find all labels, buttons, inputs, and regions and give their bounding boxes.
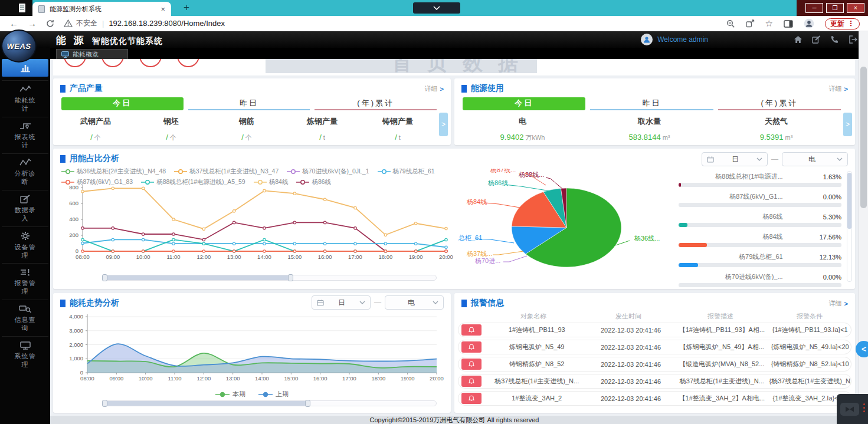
video-icon[interactable] bbox=[840, 403, 859, 416]
collapse-panel-button[interactable]: < bbox=[856, 341, 868, 357]
back-icon[interactable]: ← bbox=[9, 19, 18, 28]
update-button[interactable]: 更新 ⋮ bbox=[825, 18, 860, 29]
alarm-description: 【1#整流变_3AH_2】A相电... bbox=[674, 394, 769, 403]
gauge-ring bbox=[64, 59, 86, 67]
line-chart[interactable]: 020040060080008:0009:0010:0011:0012:0013… bbox=[59, 184, 454, 270]
update-label: 更新 bbox=[830, 19, 844, 29]
alarm-row[interactable]: 杨37线总柜(1#主变进线)_N...2022-12-03 20:41:46杨3… bbox=[458, 374, 851, 389]
detail-link[interactable]: 详细 > bbox=[829, 299, 848, 308]
sidebar-item-energy-stats[interactable]: 能耗统计 bbox=[2, 80, 48, 116]
sidebar-item-info-query[interactable]: 信息查询 bbox=[2, 300, 48, 335]
tab-close-icon[interactable]: × bbox=[161, 5, 165, 13]
sidebar-item-report-stats[interactable]: 报表统计 bbox=[2, 117, 48, 152]
video-overlay[interactable] bbox=[837, 394, 868, 424]
security-label[interactable]: 不安全 bbox=[76, 18, 97, 28]
close-button[interactable]: × bbox=[847, 3, 864, 13]
tab-energy-overview[interactable]: 能耗概览 bbox=[56, 49, 128, 59]
tab-year-total[interactable]: (年)累计 bbox=[718, 97, 841, 110]
tab-yesterday[interactable]: 昨日 bbox=[590, 97, 713, 110]
svg-text:400: 400 bbox=[69, 216, 78, 222]
scrollbar-thumb[interactable] bbox=[847, 173, 851, 229]
logout-icon[interactable] bbox=[849, 35, 857, 44]
sidebar-item-dashboard[interactable] bbox=[2, 59, 48, 77]
sidebar-item-system-mgmt[interactable]: 系统管理 bbox=[2, 336, 48, 372]
minimize-button[interactable]: ─ bbox=[805, 3, 823, 13]
scrollbar-thumb[interactable] bbox=[860, 67, 867, 208]
sidebar-item-analysis[interactable]: 分析诊断 bbox=[2, 153, 48, 189]
avatar[interactable] bbox=[641, 34, 653, 45]
alarm-row[interactable]: 1#连铸机_PB11_932022-12-03 20:41:46【1#连铸机_P… bbox=[458, 323, 851, 337]
maximize-button[interactable]: ❐ bbox=[826, 3, 844, 13]
legend-item[interactable]: 杨79线总柜_61 bbox=[378, 167, 435, 176]
period-select[interactable]: 日 bbox=[702, 152, 768, 166]
new-tab-button[interactable]: + bbox=[180, 1, 193, 14]
calendar-icon bbox=[707, 156, 714, 163]
ranking-scrollbar[interactable] bbox=[847, 171, 852, 282]
ranking-bar bbox=[679, 203, 841, 207]
energy-type-select[interactable]: 电 bbox=[385, 295, 444, 310]
svg-text:15:00: 15:00 bbox=[284, 375, 298, 382]
metric-unit: m³ bbox=[785, 134, 792, 141]
pager-next-button[interactable]: > bbox=[843, 113, 852, 136]
sidebar-item-alarm-mgmt[interactable]: 报警管理 bbox=[2, 263, 48, 298]
alarm-object: 1#连铸机_PB11_93 bbox=[487, 326, 587, 334]
sidepanel-icon[interactable] bbox=[784, 20, 793, 28]
datazoom-handle[interactable] bbox=[288, 274, 293, 281]
datazoom-fill[interactable] bbox=[104, 275, 293, 280]
svg-text:杨70进...: 杨70进... bbox=[474, 257, 500, 264]
ranking-row: 杨88线总柜(1#电源进...1.63% bbox=[679, 172, 841, 187]
alarm-object: 炼钢电弧炉_N5_49 bbox=[487, 343, 587, 351]
tab-today[interactable]: 今日 bbox=[61, 97, 184, 110]
datazoom-handle[interactable] bbox=[102, 274, 107, 281]
sidebar-item-data-entry[interactable]: 数据录入 bbox=[2, 190, 48, 225]
svg-text:17:00: 17:00 bbox=[342, 375, 356, 382]
sidebar-item-device-mgmt[interactable]: 设备管理 bbox=[2, 226, 48, 262]
toolbar-right: ☆ 更新 ⋮ bbox=[726, 16, 860, 31]
menu-dots-icon[interactable] bbox=[863, 403, 866, 414]
alarm-bell-icon bbox=[461, 359, 482, 370]
pie-chart[interactable]: 杨36线...总柜_61杨84线杨86线杨88线...杨37线...杨70进..… bbox=[457, 169, 673, 287]
menu-dots-icon[interactable]: ⋮ bbox=[847, 19, 854, 28]
zoom-icon[interactable] bbox=[726, 19, 735, 28]
detail-link[interactable]: 详细 > bbox=[829, 84, 848, 93]
panel-header: 能源使用 bbox=[461, 83, 504, 94]
gear-icon bbox=[20, 231, 31, 241]
browser-tab[interactable]: 能源监测分析系统 × bbox=[32, 2, 171, 16]
legend-item[interactable]: 上期 bbox=[258, 390, 289, 399]
bookmark-star-icon[interactable]: ☆ bbox=[765, 18, 773, 29]
energy-type-select[interactable]: 电 bbox=[782, 152, 848, 166]
datazoom-slider[interactable] bbox=[103, 400, 437, 406]
tab-year-total[interactable]: (年)累计 bbox=[315, 97, 437, 110]
datazoom-handle[interactable] bbox=[305, 400, 310, 407]
svg-text:09:00: 09:00 bbox=[106, 254, 120, 260]
detail-link[interactable]: 详细 > bbox=[425, 84, 444, 93]
pager-next-button[interactable]: > bbox=[439, 113, 448, 136]
reload-icon[interactable] bbox=[46, 19, 54, 28]
search-icon bbox=[19, 304, 32, 313]
datazoom-handle[interactable] bbox=[102, 400, 107, 407]
media-dropdown-button[interactable] bbox=[413, 2, 460, 14]
tab-yesterday[interactable]: 昨日 bbox=[188, 97, 310, 110]
page-scrollbar[interactable] bbox=[859, 31, 868, 424]
datazoom-fill[interactable] bbox=[104, 401, 310, 406]
metric-name: 天然气 bbox=[713, 116, 840, 127]
legend-item[interactable]: 杨36线总柜(2#主变进线)_N4_48 bbox=[61, 167, 166, 176]
alarm-row[interactable]: 铸钢精炼炉_N8_522022-12-03 20:41:46【锻造电弧炉(MVA… bbox=[458, 357, 851, 372]
period-select[interactable]: 日 bbox=[312, 295, 371, 310]
phone-icon[interactable] bbox=[830, 35, 839, 44]
legend-item[interactable]: 杨70进线6kV(备)_0JL_1 bbox=[287, 167, 369, 176]
home-icon[interactable] bbox=[794, 35, 803, 44]
share-icon[interactable] bbox=[746, 19, 755, 28]
alarm-row[interactable]: 1#整流变_3AH_22022-12-03 20:41:46【1#整流变_3AH… bbox=[458, 391, 851, 406]
url-text[interactable]: 192.168.18.239:8080/Home/Index bbox=[109, 19, 225, 28]
edit-icon[interactable] bbox=[812, 35, 821, 44]
legend-item[interactable]: 本期 bbox=[215, 390, 245, 399]
profile-avatar-icon[interactable] bbox=[804, 18, 814, 29]
area-chart[interactable]: 01,0002,0003,0004,00008:0009:0010:0011:0… bbox=[59, 312, 446, 389]
svg-text:总柜_61: 总柜_61 bbox=[458, 234, 482, 241]
tab-today[interactable]: 今日 bbox=[463, 97, 585, 110]
forward-icon[interactable]: → bbox=[28, 19, 37, 28]
datazoom-slider[interactable] bbox=[103, 275, 437, 281]
legend-item[interactable]: 杨37线总柜(1#主变进线)_N3_47 bbox=[174, 167, 279, 176]
alarm-row[interactable]: 炼钢电弧炉_N5_492022-12-03 20:41:46【炼钢电弧炉_N5_… bbox=[458, 340, 851, 354]
